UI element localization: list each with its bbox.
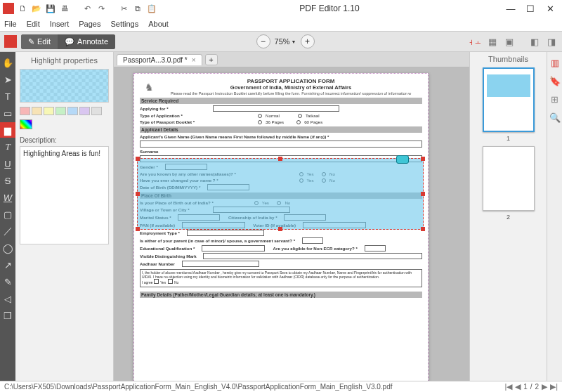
copy-icon[interactable]: ⧉ <box>132 3 143 14</box>
mode-annotate-button[interactable]: 💬 Annotate <box>58 34 115 49</box>
sidebar-toggle-icon[interactable]: ◧ <box>528 35 541 48</box>
pointer-tool-icon[interactable]: ➤ <box>0 72 15 87</box>
next-page-button[interactable]: ▶ <box>542 382 547 391</box>
resize-handle[interactable] <box>421 192 425 196</box>
thumbnail-page-2[interactable] <box>483 146 535 211</box>
cut-icon[interactable]: ✂ <box>118 3 129 14</box>
maximize-button[interactable]: ☐ <box>521 2 540 15</box>
underline-tool-icon[interactable]: U <box>0 156 15 171</box>
highlight-text-tool-icon[interactable]: T <box>0 139 15 155</box>
color-swatch[interactable] <box>55 107 66 115</box>
resize-handle[interactable] <box>136 192 140 196</box>
radio-normal[interactable] <box>258 114 262 118</box>
view-single-icon[interactable]: ⫞⫠ <box>469 35 482 48</box>
menu-file[interactable]: File <box>4 20 17 28</box>
document-canvas[interactable]: PassportA...3.0.pdf * × + ♞ PASSPORT APP… <box>114 52 469 381</box>
page-current[interactable]: 1 <box>523 383 528 391</box>
new-tab-button[interactable]: + <box>205 54 218 65</box>
thumbnail-page-1[interactable] <box>483 67 535 132</box>
radio-36[interactable] <box>258 120 262 124</box>
print-icon[interactable]: 🖶 <box>59 3 70 14</box>
circle-tool-icon[interactable]: ◯ <box>0 240 15 256</box>
consent-text: I, the holder of above mentioned Aadhaar… <box>140 269 422 287</box>
resize-handle[interactable] <box>136 157 140 161</box>
resize-handle[interactable] <box>421 227 425 231</box>
given-name-input[interactable] <box>140 141 422 148</box>
menu-about[interactable]: About <box>148 20 169 28</box>
line-tool-icon[interactable]: ／ <box>0 223 15 239</box>
highlight-area-tool-icon[interactable]: ▆ <box>0 122 15 138</box>
view-facing-icon[interactable]: ▦ <box>486 35 499 48</box>
color-swatch[interactable] <box>91 107 102 115</box>
resize-handle[interactable] <box>278 157 282 161</box>
note-tool-icon[interactable]: ▭ <box>0 105 15 121</box>
rectangle-tool-icon[interactable]: ▢ <box>0 207 15 222</box>
view-book-icon[interactable]: ▣ <box>503 35 516 48</box>
resize-handle[interactable] <box>136 227 140 231</box>
tab-close-icon[interactable]: × <box>192 56 196 64</box>
paste-icon[interactable]: 📋 <box>146 3 157 14</box>
applying-for-input[interactable] <box>213 105 339 112</box>
thumbnails-icon[interactable]: ▥ <box>549 56 561 69</box>
new-icon[interactable]: 🗋 <box>17 3 28 14</box>
open-icon[interactable]: 📂 <box>31 3 42 14</box>
pencil-tool-icon[interactable]: ✎ <box>0 274 15 289</box>
last-page-button[interactable]: ▶| <box>550 382 558 391</box>
arrow-tool-icon[interactable]: ↗ <box>0 257 15 273</box>
stamp-tool-icon[interactable]: ❒ <box>0 308 15 323</box>
save-icon[interactable]: 💾 <box>45 3 56 14</box>
thumbnails-title: Thumbnails <box>473 55 544 63</box>
description-textarea[interactable]: Highlighting Areas is fun! <box>20 146 109 244</box>
minimize-button[interactable]: — <box>502 2 520 15</box>
section-family: Family Details (Father/Mother/Legal Guar… <box>140 292 422 298</box>
first-page-button[interactable]: |◀ <box>504 382 512 391</box>
mode-switch: ✎ Edit 💬 Annotate <box>21 34 115 49</box>
prev-page-button[interactable]: ◀ <box>515 382 521 391</box>
redo-icon[interactable]: ↷ <box>96 3 107 14</box>
thumbnails-toggle-icon[interactable]: ◨ <box>545 35 558 48</box>
radio-tatkaal[interactable] <box>298 114 302 118</box>
color-swatch[interactable] <box>67 107 78 115</box>
resize-handle[interactable] <box>421 157 425 161</box>
menu-settings[interactable]: Settings <box>110 20 138 28</box>
eraser-tool-icon[interactable]: ◁ <box>0 291 15 306</box>
attachments-icon[interactable]: ⊞ <box>549 93 561 105</box>
status-bar: C:\Users\FX505\Downloads\PassportApplica… <box>0 381 562 392</box>
strikeout-tool-icon[interactable]: S <box>0 173 15 188</box>
page-total: 2 <box>535 383 540 391</box>
text-tool-icon[interactable]: T <box>0 89 15 104</box>
description-label: Description: <box>20 136 109 144</box>
bookmarks-icon[interactable]: 🔖 <box>549 74 561 87</box>
hand-tool-icon[interactable]: ✋ <box>0 55 15 70</box>
pdf-page[interactable]: ♞ PASSPORT APPLICATION FORM Government o… <box>133 73 429 381</box>
zoom-out-button[interactable]: − <box>256 34 270 48</box>
document-tab[interactable]: PassportA...3.0.pdf * × <box>117 54 202 65</box>
title-bar: 🗋 📂 💾 🖶 ↶ ↷ ✂ ⧉ 📋 PDF Editor 1.10 — ☐ ✕ <box>0 0 562 17</box>
zoom-in-button[interactable]: + <box>301 34 315 48</box>
squiggly-tool-icon[interactable]: W <box>0 190 15 205</box>
comment-bubble-icon[interactable] <box>396 155 409 164</box>
radio-60[interactable] <box>296 120 301 124</box>
properties-panel: Highlight properties Description: Highli… <box>15 52 114 381</box>
zoom-level[interactable]: 75% ▼ <box>275 37 296 46</box>
color-swatch[interactable] <box>79 107 90 115</box>
section-applicant: Applicant Details <box>140 126 422 133</box>
search-icon[interactable]: 🔍 <box>549 111 561 124</box>
tab-label: PassportA...3.0.pdf * <box>123 56 188 64</box>
menu-pages[interactable]: Pages <box>79 20 100 28</box>
panel-title: Highlight properties <box>20 55 109 69</box>
mode-edit-button[interactable]: ✎ Edit <box>21 34 58 49</box>
tab-strip: PassportA...3.0.pdf * × + <box>114 52 469 67</box>
color-swatch[interactable] <box>32 107 42 115</box>
undo-icon[interactable]: ↶ <box>81 3 93 14</box>
color-preview[interactable] <box>20 69 109 103</box>
resize-handle[interactable] <box>278 227 282 231</box>
menu-edit[interactable]: Edit <box>27 20 40 28</box>
color-swatch[interactable] <box>44 107 54 115</box>
menu-insert[interactable]: Insert <box>50 20 70 28</box>
color-picker-button[interactable] <box>20 119 32 129</box>
highlight-annotation[interactable] <box>137 158 424 230</box>
close-button[interactable]: ✕ <box>541 2 559 15</box>
app-badge-icon <box>4 35 17 48</box>
color-swatch[interactable] <box>20 107 30 115</box>
